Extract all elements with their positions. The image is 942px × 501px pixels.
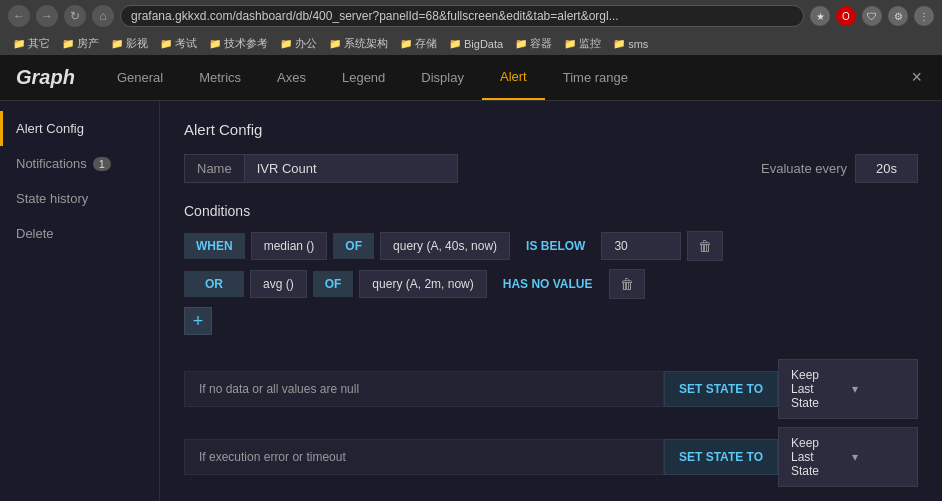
bookmark-cunchcu[interactable]: 📁 存储: [395, 35, 442, 52]
delete-condition-1[interactable]: 🗑: [687, 231, 723, 261]
folder-icon: 📁: [400, 38, 412, 49]
state-dropdown-1[interactable]: Keep Last State ▾: [778, 359, 918, 419]
bookmark-jiagou[interactable]: 📁 系统架构: [324, 35, 393, 52]
name-value[interactable]: IVR Count: [245, 155, 457, 182]
conditions-section: Conditions WHEN median () OF query (A, 4…: [184, 203, 918, 335]
back-button[interactable]: ←: [8, 5, 30, 27]
address-text: grafana.gkkxd.com/dashboard/db/400_serve…: [131, 9, 793, 23]
tab-display[interactable]: Display: [403, 55, 482, 100]
sidebar-item-alert-config[interactable]: Alert Config: [0, 111, 159, 146]
tab-legend[interactable]: Legend: [324, 55, 403, 100]
notifications-badge: 1: [93, 157, 111, 171]
of-keyword-2: OF: [313, 271, 354, 297]
conditions-title: Conditions: [184, 203, 918, 219]
bookmark-bigdata[interactable]: 📁 BigData: [444, 37, 508, 51]
bookmark-jishu[interactable]: 📁 技术参考: [204, 35, 273, 52]
or-keyword[interactable]: OR: [184, 271, 244, 297]
sidebar-item-notifications[interactable]: Notifications 1: [0, 146, 159, 181]
condition-query-1[interactable]: query (A, 40s, now): [380, 232, 510, 260]
panel-title: Graph: [16, 66, 75, 89]
reload-button[interactable]: ↻: [64, 5, 86, 27]
bookmarks-bar: 📁 其它 📁 房产 📁 影视 📁 考试 📁 技术参考 📁 办公 📁 系统架构: [0, 32, 942, 55]
bookmark-icon: ★: [810, 6, 830, 26]
browser-icons: ★ O 🛡 ⚙ ⋮: [810, 6, 934, 26]
set-state-button-1[interactable]: SET STATE TO: [664, 371, 778, 407]
bookmark-bangong[interactable]: 📁 办公: [275, 35, 322, 52]
state-row-error: If execution error or timeout SET STATE …: [184, 427, 918, 487]
has-no-value-label[interactable]: HAS NO VALUE: [493, 271, 603, 297]
ext-icon: ⚙: [888, 6, 908, 26]
content-area: Alert Config Name IVR Count Evaluate eve…: [160, 101, 942, 501]
when-keyword[interactable]: WHEN: [184, 233, 245, 259]
sidebar-item-state-history[interactable]: State history: [0, 181, 159, 216]
sidebar-item-delete[interactable]: Delete: [0, 216, 159, 251]
error-description: If execution error or timeout: [184, 439, 664, 475]
tab-bar: General Metrics Axes Legend Display Aler…: [99, 55, 908, 100]
delete-condition-2[interactable]: 🗑: [609, 269, 645, 299]
tab-time-range[interactable]: Time range: [545, 55, 646, 100]
folder-icon: 📁: [564, 38, 576, 49]
main-content: Alert Config Notifications 1 State histo…: [0, 101, 942, 501]
evaluate-label: Evaluate every: [761, 161, 847, 176]
panel-header: Graph General Metrics Axes Legend Displa…: [0, 55, 942, 101]
of-keyword-1: OF: [333, 233, 374, 259]
browser-chrome: ← → ↻ ⌂ grafana.gkkxd.com/dashboard/db/4…: [0, 0, 942, 55]
no-data-description: If no data or all values are null: [184, 371, 664, 407]
bookmark-rongqi[interactable]: 📁 容器: [510, 35, 557, 52]
dropdown-arrow-1: ▾: [852, 382, 905, 396]
folder-icon: 📁: [515, 38, 527, 49]
state-dropdown-2[interactable]: Keep Last State ▾: [778, 427, 918, 487]
bookmark-fangchan[interactable]: 📁 房产: [57, 35, 104, 52]
add-condition-button[interactable]: +: [184, 307, 212, 335]
bookmark-jiankong[interactable]: 📁 监控: [559, 35, 606, 52]
folder-icon: 📁: [209, 38, 221, 49]
tab-metrics[interactable]: Metrics: [181, 55, 259, 100]
bookmark-kaoshi[interactable]: 📁 考试: [155, 35, 202, 52]
bookmark-yingshi[interactable]: 📁 影视: [106, 35, 153, 52]
bookmark-sms[interactable]: 📁 sms: [608, 37, 653, 51]
folder-icon: 📁: [111, 38, 123, 49]
menu-icon[interactable]: ⋮: [914, 6, 934, 26]
dropdown-arrow-2: ▾: [852, 450, 905, 464]
condition-row-2: OR avg () OF query (A, 2m, now) HAS NO V…: [184, 269, 918, 299]
state-row-no-data: If no data or all values are null SET ST…: [184, 359, 918, 419]
tab-axes[interactable]: Axes: [259, 55, 324, 100]
bookmark-qita[interactable]: 📁 其它: [8, 35, 55, 52]
sidebar: Alert Config Notifications 1 State histo…: [0, 101, 160, 501]
address-bar[interactable]: grafana.gkkxd.com/dashboard/db/400_serve…: [120, 5, 804, 27]
tab-general[interactable]: General: [99, 55, 181, 100]
folder-icon: 📁: [613, 38, 625, 49]
folder-icon: 📁: [62, 38, 74, 49]
app-container: Graph General Metrics Axes Legend Displa…: [0, 55, 942, 501]
condition-value-1[interactable]: 30: [601, 232, 681, 260]
name-group: Name IVR Count: [184, 154, 458, 183]
browser-toolbar: ← → ↻ ⌂ grafana.gkkxd.com/dashboard/db/4…: [0, 0, 942, 32]
condition-query-2[interactable]: query (A, 2m, now): [359, 270, 486, 298]
condition-row-1: WHEN median () OF query (A, 40s, now) IS…: [184, 231, 918, 261]
is-below-label[interactable]: IS BELOW: [516, 233, 595, 259]
folder-icon: 📁: [160, 38, 172, 49]
condition-func-1[interactable]: median (): [251, 232, 328, 260]
set-state-button-2[interactable]: SET STATE TO: [664, 439, 778, 475]
opera-icon: O: [836, 6, 856, 26]
evaluate-group: Evaluate every 20s: [761, 154, 918, 183]
shield-icon: 🛡: [862, 6, 882, 26]
folder-icon: 📁: [449, 38, 461, 49]
folder-icon: 📁: [280, 38, 292, 49]
home-button[interactable]: ⌂: [92, 5, 114, 27]
evaluate-value[interactable]: 20s: [855, 154, 918, 183]
close-button[interactable]: ×: [907, 63, 926, 92]
name-label: Name: [185, 155, 245, 182]
condition-func-2[interactable]: avg (): [250, 270, 307, 298]
forward-button[interactable]: →: [36, 5, 58, 27]
folder-icon: 📁: [13, 38, 25, 49]
folder-icon: 📁: [329, 38, 341, 49]
alert-config-row: Name IVR Count Evaluate every 20s: [184, 154, 918, 183]
state-rows: If no data or all values are null SET ST…: [184, 359, 918, 487]
section-title: Alert Config: [184, 121, 918, 138]
tab-alert[interactable]: Alert: [482, 55, 545, 100]
